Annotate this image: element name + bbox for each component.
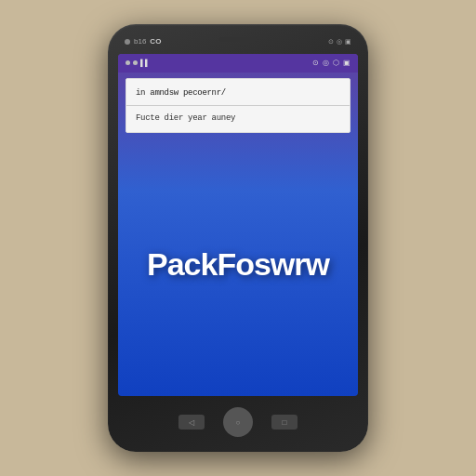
co-label: CO <box>150 37 161 46</box>
screen-status-left: ▌▌ <box>126 60 150 66</box>
screen-icon-3: ⬡ <box>333 59 339 67</box>
signal-dot <box>125 39 130 45</box>
dialog-line-1: in amndsw pecoernr/ <box>126 79 350 106</box>
phone-speaker <box>219 37 257 42</box>
screen-dot-1 <box>126 60 130 65</box>
screen-signal: ▌▌ <box>140 60 150 66</box>
menu-icon: □ <box>283 418 287 427</box>
screen-main-content: PackFoswrw <box>118 133 358 396</box>
wifi-icon: ◎ <box>337 38 342 46</box>
back-button[interactable]: ◁ <box>178 415 205 430</box>
home-icon: ○ <box>236 418 241 427</box>
phone-device: b16 CO ⊙ ◎ ▣ ▌▌ ⊙ ◎ ⬡ ▣ in amndsw pecoer… <box>108 24 368 452</box>
home-button[interactable]: ○ <box>223 407 253 437</box>
dialog-line-2: Fucte dier year auney <box>126 106 350 132</box>
signal-icon: ▣ <box>345 38 351 46</box>
dialog-box: in amndsw pecoernr/ Fucte dier year aune… <box>126 78 350 133</box>
screen-icon-1: ⊙ <box>312 59 319 67</box>
phone-screen: ▌▌ ⊙ ◎ ⬡ ▣ in amndsw pecoernr/ Fucte die… <box>118 54 358 396</box>
screen-icon-4: ▣ <box>343 59 350 67</box>
status-left: b16 CO <box>125 37 161 46</box>
status-right: ⊙ ◎ ▣ <box>328 38 351 46</box>
signal-text: b16 <box>134 37 146 46</box>
screen-status-right: ⊙ ◎ ⬡ ▣ <box>312 59 350 67</box>
screen-dot-2 <box>133 60 138 65</box>
battery-icon: ⊙ <box>328 38 334 46</box>
screen-status-bar: ▌▌ ⊙ ◎ ⬡ ▣ <box>118 54 358 73</box>
phone-nav-bar[interactable]: ◁ ○ □ <box>115 396 361 443</box>
main-display-text: PackFoswrw <box>147 247 329 282</box>
screen-icon-2: ◎ <box>323 59 329 67</box>
menu-button[interactable]: □ <box>271 415 298 430</box>
back-icon: ◁ <box>189 418 194 427</box>
